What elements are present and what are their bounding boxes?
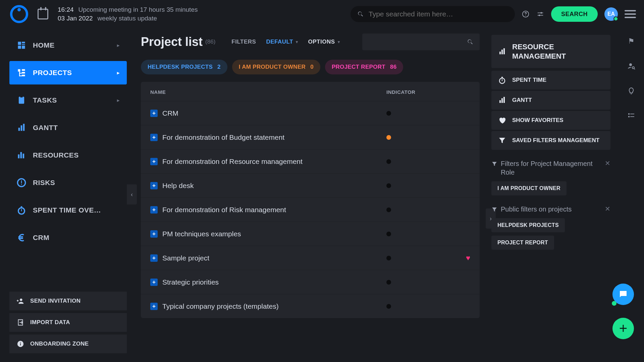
sidebar-item-spent-time[interactable]: SPENT TIME OVE…: [9, 198, 127, 222]
favorite-heart-icon[interactable]: ♥: [466, 254, 470, 262]
close-icon[interactable]: ✕: [605, 159, 610, 167]
table-row[interactable]: +For demonstration of Risk management: [141, 197, 480, 222]
projects-table: NAME INDICATOR +CRM+For demonstration of…: [141, 82, 480, 318]
expand-row-button[interactable]: +: [150, 303, 158, 310]
chip-i-am-product-owner[interactable]: I AM PRODUCT OWNER 0: [232, 60, 320, 74]
table-row[interactable]: +Help desk: [141, 173, 480, 197]
svg-rect-15: [19, 73, 22, 73]
chip-helpdesk-projects[interactable]: HELPDESK PROJECTS 2: [141, 60, 227, 74]
svg-point-3: [539, 14, 540, 16]
meeting-title: weekly status update: [98, 14, 157, 23]
indicator-cell: [386, 183, 470, 188]
project-name[interactable]: For demonstration of Resource management: [162, 158, 386, 166]
col-header-indicator[interactable]: INDICATOR: [386, 89, 470, 95]
bulb-icon[interactable]: [627, 86, 636, 95]
rlink-spent-time[interactable]: SPENT TIME: [491, 71, 610, 89]
status-dot-icon: [386, 111, 391, 116]
project-name[interactable]: CRM: [162, 109, 386, 117]
bar-alt-chart-icon: [17, 150, 26, 160]
sidebar-item-tasks[interactable]: TASKS ▸: [9, 88, 127, 112]
app-logo-icon[interactable]: [10, 5, 28, 23]
svg-rect-48: [630, 114, 634, 114]
sliders-icon[interactable]: [536, 10, 544, 18]
status-dot-icon: [386, 207, 391, 212]
table-search[interactable]: [362, 34, 480, 50]
project-name[interactable]: Strategic priorities: [162, 278, 386, 286]
svg-rect-38: [503, 48, 505, 54]
help-icon[interactable]: [522, 10, 530, 18]
table-row[interactable]: +Sample project♥: [141, 246, 480, 270]
project-name[interactable]: Sample project: [162, 254, 386, 262]
filter-icon: [498, 136, 506, 144]
rlink-saved-filters[interactable]: SAVED FILTERS MANAGEMENT: [491, 131, 610, 150]
expand-row-button[interactable]: +: [150, 254, 158, 262]
table-row[interactable]: +Strategic priorities: [141, 270, 480, 294]
table-row[interactable]: +PM techniques examples: [141, 222, 480, 246]
expand-row-button[interactable]: +: [150, 206, 158, 214]
bar-chart-icon: [498, 96, 506, 104]
filter-icon: [491, 206, 497, 213]
sidebar: HOME ▸ PROJECTS ▸ TASKS ▸ GANTT RESOURCE…: [9, 34, 127, 253]
close-icon[interactable]: ✕: [605, 205, 610, 213]
search-button[interactable]: SEARCH: [551, 6, 598, 22]
sidebar-item-home[interactable]: HOME ▸: [9, 34, 127, 57]
project-name[interactable]: Help desk: [162, 182, 386, 190]
status-dot-icon: [386, 159, 391, 164]
table-row[interactable]: +Typical company projects (templates): [141, 294, 480, 318]
svg-rect-36: [499, 52, 501, 54]
import-data-button[interactable]: IMPORT DATA: [9, 313, 127, 332]
chip-label: HELPDESK PROJECTS: [148, 64, 213, 70]
add-fab[interactable]: +: [612, 318, 634, 339]
filter-tag[interactable]: I AM PRODUCT OWNER: [491, 181, 567, 195]
expand-row-button[interactable]: +: [150, 158, 158, 165]
project-name[interactable]: Typical company projects (templates): [162, 302, 386, 310]
filters-dropdown[interactable]: DEFAULT: [266, 39, 298, 45]
sidebar-item-crm[interactable]: CRM: [9, 226, 127, 249]
chip-count: 86: [390, 64, 397, 70]
global-search[interactable]: [351, 6, 515, 22]
menu-icon[interactable]: [625, 10, 636, 18]
meeting-eta: Upcoming meeting in 17 hours 35 minutes: [78, 5, 198, 14]
expand-row-button[interactable]: +: [150, 134, 158, 141]
rlink-show-favorites[interactable]: SHOW FAVORITES: [491, 111, 610, 130]
rlink-gantt[interactable]: GANTT: [491, 91, 610, 110]
expand-row-button[interactable]: +: [150, 110, 158, 117]
sidebar-item-label: CRM: [33, 234, 119, 242]
col-header-name[interactable]: NAME: [150, 89, 386, 95]
user-avatar[interactable]: EA: [604, 7, 618, 21]
svg-rect-28: [21, 206, 22, 207]
status-dot-icon: [386, 280, 391, 285]
sidebar-item-label: HOME: [33, 41, 110, 49]
project-name[interactable]: For demonstration of Risk management: [162, 206, 386, 214]
global-search-input[interactable]: [369, 10, 508, 18]
project-name[interactable]: For demonstration of Budget statement: [162, 133, 386, 141]
sidebar-item-resources[interactable]: RESOURCES: [9, 143, 127, 167]
expand-row-button[interactable]: +: [150, 230, 158, 238]
send-invitation-button[interactable]: SEND INVITATION: [9, 292, 127, 310]
table-row[interactable]: +For demonstration of Budget statement: [141, 125, 480, 149]
options-dropdown[interactable]: OPTIONS: [308, 39, 340, 45]
filter-tag[interactable]: PROJECT REPORT: [491, 236, 554, 250]
sidebar-item-projects[interactable]: PROJECTS ▸: [9, 61, 127, 84]
chip-project-report[interactable]: PROJECT REPORT 86: [325, 60, 404, 74]
person-search-icon[interactable]: [627, 62, 636, 70]
onboarding-zone-button[interactable]: ONBOARDING ZONE: [9, 335, 127, 353]
filter-tag[interactable]: HELPDESK PROJECTS: [491, 218, 565, 232]
flag-icon[interactable]: ⚑: [627, 37, 636, 46]
sidebar-bottom: SEND INVITATION IMPORT DATA ONBOARDING Z…: [9, 292, 127, 356]
action-label: SEND INVITATION: [30, 298, 80, 304]
checklist-icon[interactable]: [627, 111, 636, 120]
svg-rect-8: [22, 46, 25, 49]
sidebar-item-risks[interactable]: RISKS: [9, 171, 127, 194]
sidebar-item-gantt[interactable]: GANTT: [9, 116, 127, 139]
project-name[interactable]: PM techniques examples: [162, 230, 386, 238]
collapse-sidebar-button[interactable]: ‹: [127, 184, 137, 204]
table-row[interactable]: +For demonstration of Resource managemen…: [141, 149, 480, 173]
chat-fab[interactable]: [612, 284, 634, 305]
table-row[interactable]: +CRM: [141, 101, 480, 125]
sidebar-item-label: TASKS: [33, 96, 110, 104]
expand-row-button[interactable]: +: [150, 182, 158, 189]
right-panel-title-card: RESOURCE MANAGEMENT: [491, 35, 610, 68]
calendar-icon[interactable]: [38, 9, 48, 19]
expand-row-button[interactable]: +: [150, 279, 158, 286]
